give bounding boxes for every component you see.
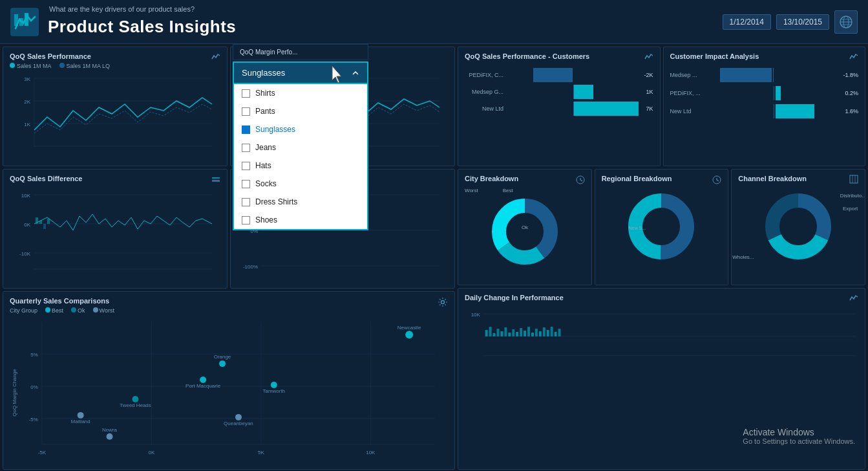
svg-rect-125: [497, 329, 500, 336]
daily-change-chart: 10K: [465, 304, 858, 362]
checkbox-pants[interactable]: [242, 107, 250, 116]
quarterly-settings-icon[interactable]: [438, 297, 448, 307]
channel-donut-wrapper: Distributo... Wholes... Export: [759, 188, 837, 265]
channel-export-label: Export: [843, 206, 858, 212]
svg-text:-5%: -5%: [29, 417, 38, 422]
legend-best: Best: [52, 307, 63, 314]
customer-impact-title: Customer Impact Analysis: [670, 52, 859, 60]
svg-text:Maitland: Maitland: [71, 419, 90, 424]
svg-rect-124: [493, 333, 496, 336]
qoq-sales-performance-card: QoQ Sales Performance Sales 1M MA Sales …: [3, 47, 228, 166]
item-label-shirts: Shirts: [255, 89, 275, 98]
cust-label-newltd: New Ltd: [465, 105, 503, 112]
checkbox-shoes[interactable]: [242, 216, 250, 225]
cust-label-medsep: Medsep G...: [465, 89, 503, 95]
svg-text:Ok: Ok: [522, 225, 529, 230]
checkbox-sunglasses[interactable]: [242, 126, 250, 134]
dropdown-item-dress-shirts[interactable]: Dress Shirts: [234, 193, 367, 211]
legend-sales-lq: Sales 1M MA LQ: [67, 63, 111, 69]
dropdown-selected-label: Sunglasses: [242, 68, 285, 78]
svg-rect-137: [543, 327, 545, 336]
svg-text:0%: 0%: [30, 384, 38, 390]
quarterly-scatter-chart: -5K 0K 5K 10K 5% 0% -5% QoQ Margin Chang…: [10, 315, 448, 464]
svg-text:10K: 10K: [366, 450, 376, 455]
svg-text:Queanbeyan: Queanbeyan: [224, 421, 253, 426]
impact-val-newltd: 1.6%: [845, 108, 858, 115]
checkbox-socks[interactable]: [242, 180, 250, 188]
sales-perf-legend: Sales 1M MA Sales 1M MA LQ: [10, 63, 220, 69]
item-label-hats: Hats: [255, 161, 271, 170]
svg-rect-111: [850, 175, 858, 183]
regional-breakdown-title: Regional Breakdown: [602, 175, 672, 182]
dropdown-item-sunglasses[interactable]: Sunglasses: [234, 120, 367, 138]
val-pedifix: -2K: [644, 72, 653, 78]
svg-text:3K: 3K: [24, 76, 30, 82]
svg-text:1K: 1K: [24, 122, 30, 127]
item-label-dress-shirts: Dress Shirts: [255, 197, 297, 206]
qoq-sales-difference-card: QoQ Sales Difference 10K 0K -10K: [3, 169, 228, 289]
dropdown-header[interactable]: Sunglasses: [233, 61, 368, 84]
date-start[interactable]: 1/12/2014: [723, 14, 771, 30]
legend-worst: Worst: [100, 307, 114, 314]
dropdown-item-shirts[interactable]: Shirts: [234, 84, 367, 102]
dropdown-list: Shirts Pants Sunglasses Jeans Hats Socks…: [233, 84, 368, 230]
svg-text:QoQ Margin Change: QoQ Margin Change: [12, 369, 17, 417]
globe-icon-button[interactable]: [834, 10, 858, 34]
item-label-shoes: Shoes: [255, 215, 277, 225]
city-breakdown-card: City Breakdown Worst Best: [458, 169, 592, 285]
margin-perf-card-title: QoQ Margin Perfo...: [240, 49, 361, 56]
svg-rect-122: [485, 330, 488, 336]
impact-label-pedifix: PEDiFIX, ...: [670, 90, 706, 96]
dropdown-item-shoes[interactable]: Shoes: [234, 211, 367, 229]
channel-icon: [849, 175, 858, 184]
date-end[interactable]: 13/10/2015: [776, 14, 829, 30]
dropdown-item-socks[interactable]: Socks: [234, 175, 367, 193]
qoq-sales-customers-card: QoQ Sales Performance - Customers PEDiFI…: [458, 47, 661, 166]
impact-label-newltd: New Ltd: [670, 108, 706, 115]
val-medsep: 1K: [646, 89, 653, 95]
svg-rect-129: [512, 329, 514, 336]
city-worst-label: Worst: [465, 188, 478, 193]
cust-bar-newltd: New Ltd 7K: [465, 102, 653, 116]
svg-text:Newcastle: Newcastle: [397, 325, 421, 331]
svg-text:Port Macquarie: Port Macquarie: [185, 383, 221, 389]
svg-point-88: [132, 396, 138, 402]
dropdown-item-jeans[interactable]: Jeans: [234, 138, 367, 157]
qoq-sales-cust-title: QoQ Sales Performance - Customers: [465, 52, 653, 60]
svg-text:-5K: -5K: [38, 450, 47, 455]
city-clock-icon: [576, 175, 585, 184]
svg-rect-140: [555, 332, 557, 336]
product-filter-dropdown[interactable]: QoQ Margin Perfo... Sunglasses Shirts Pa…: [233, 44, 368, 230]
impact-label-medsep: Medsep ...: [670, 72, 706, 78]
checkbox-dress-shirts[interactable]: [242, 198, 250, 206]
checkbox-jeans[interactable]: [242, 144, 250, 152]
svg-rect-34: [43, 224, 46, 229]
svg-rect-139: [551, 327, 553, 336]
legend-sales-1m: Sales 1M MA: [17, 63, 52, 69]
svg-text:Tamworth: Tamworth: [263, 388, 286, 394]
checkbox-shirts[interactable]: [242, 89, 250, 98]
svg-rect-132: [524, 331, 526, 336]
impact-bar-pedifix: [776, 86, 781, 100]
svg-text:10K: 10K: [21, 193, 31, 199]
svg-point-86: [271, 382, 277, 388]
qoq-sales-diff-chart: 10K 0K -10K: [10, 185, 220, 276]
channel-donut-area: Distributo... Wholes... Export: [738, 188, 858, 265]
dropdown-chevron-up-icon: [352, 69, 359, 77]
daily-chart-icon: [849, 294, 858, 303]
dropdown-item-pants[interactable]: Pants: [234, 102, 367, 120]
svg-text:2K: 2K: [24, 99, 30, 105]
checkbox-hats[interactable]: [242, 162, 250, 170]
impact-row-medsep: Medsep ... -1.8%: [670, 68, 859, 82]
svg-rect-134: [531, 333, 534, 336]
header-controls: 1/12/2014 13/10/2015: [723, 10, 858, 34]
svg-line-98: [580, 180, 582, 181]
dropdown-item-hats[interactable]: Hats: [234, 157, 367, 175]
regional-donut-chart: New S...: [626, 188, 697, 265]
bar-medsep-pos: [574, 85, 593, 99]
item-label-jeans: Jeans: [255, 143, 276, 152]
svg-point-63: [441, 301, 445, 304]
customers-chart: PEDiFIX, C... -2K Medsep G...: [465, 68, 653, 116]
svg-text:Nowra: Nowra: [102, 427, 118, 433]
city-donut-legend: Worst Best: [465, 188, 585, 193]
